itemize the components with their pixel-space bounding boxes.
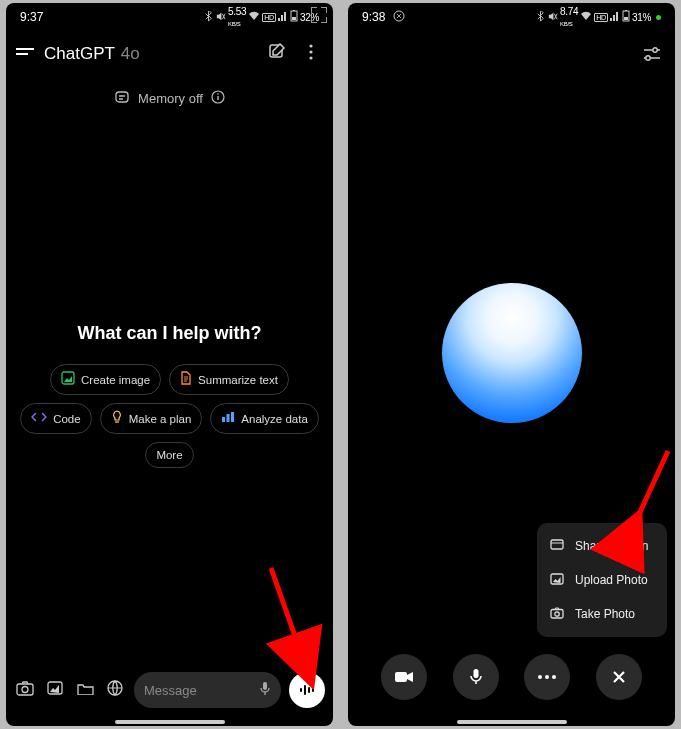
bottom-bar: Message <box>6 672 333 708</box>
svg-point-5 <box>309 50 312 53</box>
voice-mode-button[interactable] <box>289 672 325 708</box>
screen-icon <box>549 538 565 554</box>
svg-point-29 <box>653 48 657 52</box>
memory-label: Memory off <box>138 91 203 106</box>
svg-rect-20 <box>300 688 302 692</box>
svg-rect-36 <box>473 669 478 678</box>
svg-rect-23 <box>312 688 314 692</box>
svg-rect-10 <box>217 96 218 100</box>
voice-orb <box>442 283 582 423</box>
svg-point-37 <box>538 675 542 679</box>
gesture-bar <box>115 720 225 724</box>
svg-line-24 <box>271 568 309 676</box>
menu-upload-photo[interactable]: Upload Photo <box>537 563 667 597</box>
svg-rect-14 <box>231 412 234 422</box>
net-speed: 8.74 KB/S <box>560 6 578 28</box>
info-icon[interactable] <box>211 90 225 107</box>
status-time: 9:37 <box>20 10 43 24</box>
chip-create-image[interactable]: Create image <box>50 364 161 395</box>
camera-icon[interactable] <box>14 681 36 700</box>
voice-call-bar <box>348 654 675 700</box>
svg-point-30 <box>646 56 650 60</box>
suggestion-chips: Create image Summarize text Code Make a … <box>16 364 323 468</box>
chip-analyze[interactable]: Analyze data <box>210 403 319 434</box>
chip-plan[interactable]: Make a plan <box>100 403 203 434</box>
bluetooth-icon <box>204 11 213 24</box>
menu-icon[interactable] <box>16 44 34 65</box>
chatgpt-status-icon <box>393 10 405 25</box>
voice-header <box>348 29 675 65</box>
svg-rect-22 <box>308 687 310 693</box>
svg-rect-28 <box>624 17 628 20</box>
status-bar: 9:38 8.74 KB/S HD <box>348 3 675 29</box>
status-time: 9:38 <box>362 10 385 24</box>
prompt-heading: What can I help with? <box>16 323 323 344</box>
mic-icon[interactable] <box>259 681 271 700</box>
menu-share-screen[interactable]: Share Screen <box>537 529 667 563</box>
svg-point-4 <box>309 44 312 47</box>
gallery-icon[interactable] <box>44 681 66 699</box>
app-header: ChatGPT 4o <box>6 29 333 73</box>
battery-percent: 31% <box>632 12 651 23</box>
chip-summarize[interactable]: Summarize text <box>169 364 289 395</box>
photo-icon <box>549 572 565 588</box>
svg-point-6 <box>309 56 312 59</box>
center-block: What can I help with? Create image Summa… <box>6 323 333 468</box>
compose-icon[interactable] <box>265 43 289 65</box>
image-icon <box>61 371 75 388</box>
video-button[interactable] <box>381 654 427 700</box>
svg-rect-1 <box>293 10 295 11</box>
menu-take-photo[interactable]: Take Photo <box>537 597 667 631</box>
svg-point-9 <box>217 93 219 95</box>
svg-rect-35 <box>395 672 407 682</box>
wifi-icon <box>580 11 592 23</box>
kebab-icon[interactable] <box>299 44 323 64</box>
svg-line-40 <box>636 451 668 521</box>
wifi-icon <box>248 11 260 23</box>
globe-icon[interactable] <box>104 680 126 700</box>
signal-icon <box>278 11 288 23</box>
close-button[interactable] <box>596 654 642 700</box>
chip-more[interactable]: More <box>145 442 193 468</box>
volte-icon: HD <box>262 13 276 22</box>
app-title[interactable]: ChatGPT 4o <box>44 44 255 64</box>
status-bar: 9:37 5.53 KB/S HD 32% <box>6 3 333 29</box>
memory-icon <box>114 89 130 108</box>
message-input[interactable]: Message <box>134 672 281 708</box>
settings-sliders-icon[interactable] <box>643 47 661 65</box>
svg-point-16 <box>22 686 28 692</box>
svg-point-38 <box>545 675 549 679</box>
net-speed: 5.53 KB/S <box>228 6 246 28</box>
mic-button[interactable] <box>453 654 499 700</box>
svg-rect-27 <box>625 10 627 11</box>
svg-rect-15 <box>17 684 33 695</box>
svg-rect-12 <box>222 417 225 422</box>
svg-point-39 <box>552 675 556 679</box>
chart-icon <box>221 411 235 426</box>
mute-icon <box>215 11 226 24</box>
svg-rect-11 <box>62 372 74 384</box>
svg-rect-2 <box>292 17 296 20</box>
code-icon <box>31 411 47 426</box>
svg-rect-21 <box>304 685 306 695</box>
document-icon <box>180 371 192 388</box>
svg-rect-19 <box>263 682 267 690</box>
volte-icon: HD <box>594 13 608 22</box>
mute-icon <box>547 11 558 24</box>
phone-right: 9:38 8.74 KB/S HD <box>348 3 675 726</box>
input-placeholder: Message <box>144 683 251 698</box>
svg-point-34 <box>555 612 559 616</box>
attach-menu: Share Screen Upload Photo Take Photo <box>537 523 667 637</box>
status-dot <box>656 15 661 20</box>
camera-icon <box>549 606 565 622</box>
signal-icon <box>610 11 620 23</box>
phone-left: 9:37 5.53 KB/S HD 32% <box>6 3 333 726</box>
svg-rect-13 <box>227 414 230 422</box>
lightbulb-icon <box>111 410 123 427</box>
svg-rect-7 <box>116 92 128 102</box>
battery-icon <box>290 10 298 24</box>
more-button[interactable] <box>524 654 570 700</box>
memory-row[interactable]: Memory off <box>6 89 333 108</box>
folder-icon[interactable] <box>74 681 96 699</box>
chip-code[interactable]: Code <box>20 403 92 434</box>
